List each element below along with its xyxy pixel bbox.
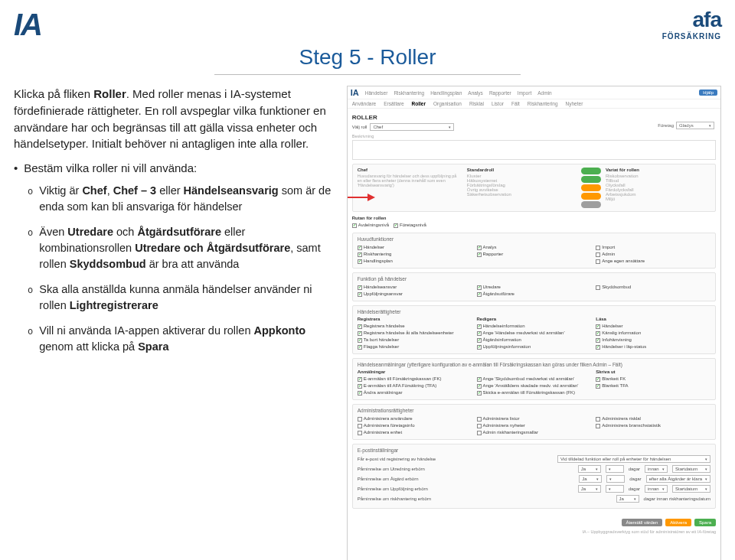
section-heading: ROLLER [352,114,716,121]
app-screenshot: IA HändelserRiskhanteringHandlingsplanAn… [347,86,721,560]
funktion-handelser: Funktion på händelser HändelseansvarUppf… [352,272,716,301]
save-button[interactable]: Spara [694,519,716,526]
handelseanmalningar: Händelseanmälningar (ytterligare konfigu… [352,358,716,400]
help-button[interactable]: Hjälp [699,90,717,96]
page-title: Steg 5 - Roller [214,45,521,75]
description-input[interactable] [352,140,716,160]
role-description-block: Chef Huvudansvarig för händelser och des… [352,164,716,212]
footnote: IA – Uppbyggnadsverktyg som stöd för adm… [348,529,720,536]
huvudfunktioner: Huvudfunktioner HändelserRiskhanteringHa… [352,233,716,269]
epostinstallningar: E-postinställningar Får e-post vid regis… [352,444,716,509]
admin-tabs[interactable]: AnvändareErsättareRollerOrganisationRisk… [348,99,720,109]
logo-afa: afa FÖRSÄKRING [662,8,721,41]
logo-ia: IA [14,8,41,42]
activate-button[interactable]: Aktivera [665,519,691,526]
company-selector[interactable]: Företag Gladys [658,122,714,129]
description-label: Beskrivning [352,134,374,138]
top-menu[interactable]: HändelserRiskhanteringHandlingsplanAnaly… [365,90,558,96]
instruction-text: Klicka på fliken Roller. Med roller mena… [14,86,333,560]
svg-marker-1 [368,194,375,201]
status-pills [577,168,601,208]
app-brand: IA [351,88,359,97]
callout-arrow [347,192,377,203]
administrationsrattigheter: Administrationsrättigheter Administrera … [352,404,716,440]
bullet-icon [14,160,18,177]
reset-button[interactable]: Återställ värden [622,519,663,526]
handelserattigheter: Händelserättigheter RegistreraRegistrera… [352,305,716,354]
action-buttons[interactable]: Återställ värden Aktivera Spara [348,516,720,529]
